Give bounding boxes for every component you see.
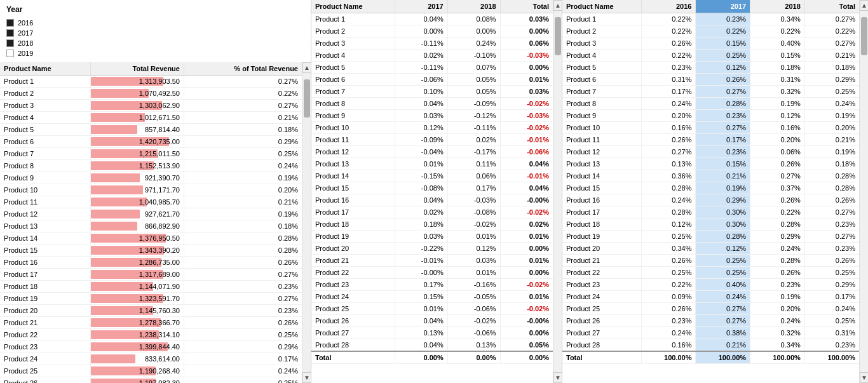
table3-col-2018[interactable]: 2018	[750, 0, 805, 13]
table-row[interactable]: Product 6 1,420,735.00 0.29%	[0, 136, 302, 148]
table-row[interactable]: Product 19 0.25% 0.28% 0.29% 0.27%	[562, 231, 859, 243]
table-row[interactable]: Product 28 0.16% 0.21% 0.34% 0.23%	[562, 339, 859, 352]
table-row[interactable]: Product 11 0.26% 0.17% 0.20% 0.21%	[562, 134, 859, 146]
table1-scroll-thumb[interactable]	[304, 79, 310, 118]
table-row[interactable]: Product 8 0.24% 0.28% 0.19% 0.24%	[562, 98, 859, 110]
table-row[interactable]: Product 4 0.22% 0.25% 0.15% 0.21%	[562, 50, 859, 62]
table-row[interactable]: Product 16 1,286,735.00 0.26%	[0, 257, 302, 269]
table-row[interactable]: Product 17 1,317,689.00 0.27%	[0, 269, 302, 281]
table-row[interactable]: Product 6 0.31% 0.26% 0.31% 0.29%	[562, 74, 859, 86]
table2-col-2018[interactable]: 2018	[447, 0, 500, 13]
table-row[interactable]: Product 12 -0.04% -0.17% -0.06%	[311, 146, 553, 158]
table-row[interactable]: Product 5 857,814.40 0.18%	[0, 124, 302, 136]
table-row[interactable]: Product 7 0.17% 0.27% 0.32% 0.25%	[562, 86, 859, 98]
table-row[interactable]: Product 10 0.16% 0.27% 0.16% 0.20%	[562, 122, 859, 134]
table3-scroll-thumb[interactable]	[861, 17, 867, 55]
table-row[interactable]: Product 26 0.04% -0.02% -0.00%	[311, 315, 553, 327]
table1-scroll[interactable]: Product Name Total Revenue % of Total Re…	[0, 62, 302, 383]
table-row[interactable]: Product 6 -0.06% 0.05% 0.01%	[311, 74, 553, 86]
table2-col-name[interactable]: Product Name	[311, 0, 395, 13]
table-row[interactable]: Product 3 0.26% 0.15% 0.40% 0.27%	[562, 37, 859, 50]
table1-scrollbar[interactable]: ▲ ▼	[302, 62, 311, 383]
table1-scroll-up[interactable]: ▲	[302, 62, 311, 73]
table-row[interactable]: Product 4 1,012,671.50 0.21%	[0, 112, 302, 124]
table-row[interactable]: Product 4 0.02% -0.10% -0.03%	[311, 50, 553, 62]
table-row[interactable]: Product 21 -0.01% 0.03% 0.01%	[311, 255, 553, 267]
table-row[interactable]: Product 3 -0.11% 0.24% 0.06%	[311, 37, 553, 50]
table-row[interactable]: Product 20 -0.22% 0.12% 0.00%	[311, 243, 553, 255]
table-row[interactable]: Product 24 833,614.00 0.17%	[0, 353, 302, 365]
table2-scrollbar[interactable]: ▲ ▼	[553, 0, 562, 383]
table1-col-revenue[interactable]: Total Revenue	[91, 62, 184, 76]
table-row[interactable]: Product 24 0.09% 0.24% 0.19% 0.17%	[562, 291, 859, 303]
table-row[interactable]: Product 18 0.18% -0.02% 0.02%	[311, 218, 553, 231]
table-row[interactable]: Product 27 0.13% -0.06% 0.00%	[311, 327, 553, 339]
table3-scroll[interactable]: Product Name 2016 2017 2018 Total Produc…	[562, 0, 859, 383]
table-row[interactable]: Product 26 0.23% 0.27% 0.24% 0.25%	[562, 315, 859, 327]
table-row[interactable]: Product 17 0.02% -0.08% -0.02%	[311, 206, 553, 218]
legend-2016[interactable]: 2016	[6, 19, 304, 27]
table-row[interactable]: Product 7 0.10% 0.05% 0.03%	[311, 86, 553, 98]
table-row[interactable]: Product 8 1,152,513.90 0.24%	[0, 160, 302, 172]
table2-col-total[interactable]: Total	[500, 0, 553, 13]
table-row[interactable]: Product 9 921,390.70 0.19%	[0, 172, 302, 184]
table-row[interactable]: Product 19 0.03% 0.01% 0.01%	[311, 231, 553, 243]
table-row[interactable]: Product 23 1,399,844.40 0.29%	[0, 341, 302, 353]
table-row[interactable]: Product 12 927,621.70 0.19%	[0, 208, 302, 220]
table3-col-2017[interactable]: 2017	[696, 0, 750, 13]
table-row[interactable]: Product 20 1,145,760.30 0.23%	[0, 305, 302, 317]
legend-2019[interactable]: 2019	[6, 50, 304, 57]
table-row[interactable]: Product 14 -0.15% 0.06% -0.01%	[311, 170, 553, 182]
table-row[interactable]: Product 13 866,892.90 0.18%	[0, 220, 302, 232]
table-row[interactable]: Product 25 0.26% 0.27% 0.20% 0.24%	[562, 303, 859, 315]
table-row[interactable]: Product 12 0.27% 0.23% 0.06% 0.19%	[562, 146, 859, 158]
table-row[interactable]: Product 16 0.04% -0.03% -0.00%	[311, 194, 553, 206]
table2-scroll-up[interactable]: ▲	[553, 0, 562, 11]
table3-scroll-down[interactable]: ▼	[860, 372, 868, 383]
table2-scroll-thumb[interactable]	[555, 17, 561, 55]
table-row[interactable]: Product 18 1,144,071.90 0.23%	[0, 281, 302, 293]
table1-scroll-track[interactable]	[302, 73, 311, 372]
table-row[interactable]: Product 11 1,040,985.70 0.21%	[0, 196, 302, 208]
table-row[interactable]: Product 15 1,343,390.20 0.28%	[0, 245, 302, 257]
table3-col-2016[interactable]: 2016	[641, 0, 696, 13]
table-row[interactable]: Product 22 0.25% 0.25% 0.26% 0.25%	[562, 267, 859, 279]
table-row[interactable]: Product 15 0.28% 0.19% 0.37% 0.28%	[562, 182, 859, 194]
table-row[interactable]: Product 25 0.01% -0.06% -0.02%	[311, 303, 553, 315]
table-row[interactable]: Product 14 1,376,950.50 0.28%	[0, 232, 302, 245]
table-row[interactable]: Product 1 1,313,903.50 0.27%	[0, 76, 302, 88]
legend-2017[interactable]: 2017	[6, 29, 304, 37]
table3-scrollbar[interactable]: ▲ ▼	[859, 0, 868, 383]
table-row[interactable]: Product 9 0.03% -0.12% -0.03%	[311, 110, 553, 122]
table-row[interactable]: Product 17 0.28% 0.30% 0.22% 0.27%	[562, 206, 859, 218]
table1-scroll-down[interactable]: ▼	[302, 372, 311, 383]
table-row[interactable]: Product 3 1,303,062.90 0.27%	[0, 100, 302, 112]
table-row[interactable]: Product 1 0.04% 0.08% 0.03%	[311, 13, 553, 25]
table-row[interactable]: Product 14 0.36% 0.21% 0.27% 0.28%	[562, 170, 859, 182]
table-row[interactable]: Product 21 1,278,366.70 0.26%	[0, 317, 302, 329]
table-row[interactable]: Product 21 0.26% 0.25% 0.28% 0.26%	[562, 255, 859, 267]
table-row[interactable]: Product 2 0.00% 0.00% 0.00%	[311, 25, 553, 37]
table-row[interactable]: Product 20 0.34% 0.12% 0.24% 0.23%	[562, 243, 859, 255]
table-row[interactable]: Product 13 0.01% 0.11% 0.04%	[311, 158, 553, 170]
table-row[interactable]: Product 7 1,215,011.50 0.25%	[0, 148, 302, 160]
table-row[interactable]: Product 24 0.15% -0.05% 0.01%	[311, 291, 553, 303]
table-row[interactable]: Product 18 0.12% 0.30% 0.28% 0.23%	[562, 218, 859, 231]
table2-scroll-down[interactable]: ▼	[553, 372, 562, 383]
table-row[interactable]: Product 28 0.04% 0.13% 0.05%	[311, 339, 553, 352]
table-row[interactable]: Product 16 0.24% 0.29% 0.26% 0.26%	[562, 194, 859, 206]
table-row[interactable]: Product 22 1,238,314.10 0.25%	[0, 329, 302, 341]
table3-scroll-up[interactable]: ▲	[860, 0, 868, 11]
table1-col-name[interactable]: Product Name	[0, 62, 91, 76]
table-row[interactable]: Product 19 1,323,591.70 0.27%	[0, 293, 302, 305]
table3-col-total[interactable]: Total	[804, 0, 859, 13]
table-row[interactable]: Product 22 -0.00% 0.01% 0.00%	[311, 267, 553, 279]
table-row[interactable]: Product 26 1,197,082.30 0.25%	[0, 377, 302, 384]
table2-scroll[interactable]: Product Name 2017 2018 Total Product 1 0…	[311, 0, 553, 383]
table-row[interactable]: Product 5 -0.11% 0.07% 0.00%	[311, 62, 553, 74]
table-row[interactable]: Product 2 1,070,492.50 0.22%	[0, 88, 302, 100]
table-row[interactable]: Product 15 -0.08% 0.17% 0.04%	[311, 182, 553, 194]
table-row[interactable]: Product 25 1,190,268.40 0.24%	[0, 365, 302, 377]
table-row[interactable]: Product 27 0.24% 0.38% 0.32% 0.31%	[562, 327, 859, 339]
table1-col-pct[interactable]: % of Total Revenue	[184, 62, 302, 76]
